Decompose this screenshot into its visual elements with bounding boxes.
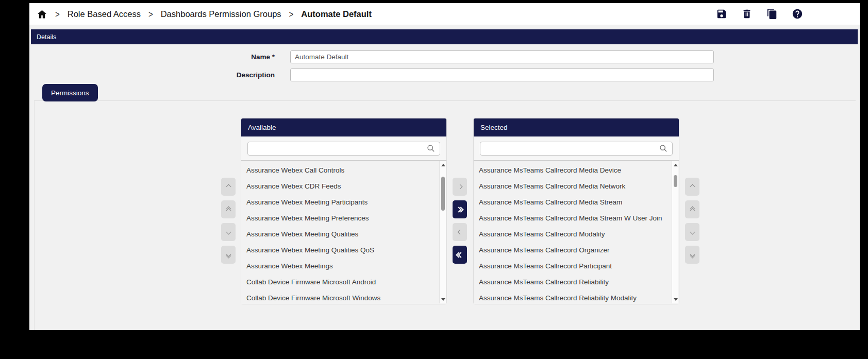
available-move-top-button[interactable] bbox=[221, 200, 236, 218]
scrollbar-thumb[interactable] bbox=[441, 177, 445, 211]
available-reorder-buttons bbox=[221, 178, 236, 264]
available-list-panel: Available Assurance Webex Call ControlsA… bbox=[241, 118, 447, 304]
selected-list-item[interactable]: Assurance MsTeams Callrecord Media Devic… bbox=[474, 162, 679, 178]
description-field[interactable] bbox=[290, 69, 714, 81]
scroll-down-icon[interactable] bbox=[441, 298, 445, 301]
selected-scrollbar[interactable] bbox=[672, 161, 678, 303]
available-list-item[interactable]: Assurance Webex Call Controls bbox=[241, 162, 446, 178]
available-list: Assurance Webex Call ControlsAssurance W… bbox=[241, 160, 446, 304]
breadcrumb-separator: > bbox=[148, 8, 153, 19]
selected-list-item[interactable]: Assurance MsTeams Callrecord Reliability bbox=[474, 274, 679, 290]
breadcrumb-item-role-based-access[interactable]: Role Based Access bbox=[68, 9, 141, 19]
move-all-right-button[interactable] bbox=[453, 200, 467, 218]
save-icon bbox=[716, 8, 727, 20]
permissions-panel: Available Assurance Webex Call ControlsA… bbox=[34, 100, 856, 330]
chevron-down-icon bbox=[690, 230, 695, 235]
description-field-row: Description bbox=[29, 69, 860, 81]
scroll-down-icon[interactable] bbox=[674, 298, 678, 301]
copy-button[interactable] bbox=[766, 8, 778, 20]
available-list-item[interactable]: Assurance Webex Meeting Participants bbox=[241, 194, 446, 210]
selected-move-down-button[interactable] bbox=[685, 223, 699, 241]
save-button[interactable] bbox=[716, 8, 727, 20]
action-toolbar bbox=[716, 8, 853, 20]
available-list-item[interactable]: Assurance Webex Meeting Preferences bbox=[241, 210, 446, 226]
selected-move-bottom-button[interactable] bbox=[685, 246, 699, 264]
help-icon bbox=[792, 8, 803, 20]
breadcrumb-current-page: Automate Default bbox=[301, 9, 372, 19]
scrollbar-thumb[interactable] bbox=[674, 175, 677, 187]
selected-list-item[interactable]: Assurance MsTeams Callrecord Media Strea… bbox=[474, 210, 679, 226]
top-bar: > Role Based Access > Dashboards Permiss… bbox=[29, 3, 860, 25]
double-chevron-up-icon bbox=[227, 207, 230, 212]
copy-icon bbox=[766, 8, 778, 20]
available-list-item[interactable]: Collab Device Firmware Microsoft Android bbox=[241, 274, 446, 290]
selected-list: Assurance MsTeams Callrecord Media Devic… bbox=[474, 160, 679, 304]
move-right-button[interactable] bbox=[453, 178, 467, 196]
selected-list-header: Selected bbox=[474, 118, 679, 136]
chevron-down-icon bbox=[226, 230, 231, 235]
available-move-down-button[interactable] bbox=[221, 223, 236, 241]
breadcrumb-item-dashboards-permission-groups[interactable]: Dashboards Permission Groups bbox=[161, 9, 281, 19]
available-list-item[interactable]: Assurance Webex Meetings bbox=[241, 258, 446, 274]
available-search-row bbox=[241, 136, 446, 160]
selected-list-item[interactable]: Assurance MsTeams Callrecord Media Netwo… bbox=[474, 178, 679, 194]
selected-list-item[interactable]: Assurance MsTeams Callrecord Participant bbox=[474, 258, 679, 274]
breadcrumb: > Role Based Access > Dashboards Permiss… bbox=[37, 9, 372, 20]
app-window: > Role Based Access > Dashboards Permiss… bbox=[29, 3, 860, 330]
name-field-row: Name * bbox=[29, 50, 860, 63]
breadcrumb-separator: > bbox=[289, 8, 294, 19]
available-list-item[interactable]: Assurance Webex CDR Feeds bbox=[241, 178, 446, 194]
details-section-header: Details bbox=[31, 29, 858, 44]
selected-list-item[interactable]: Assurance MsTeams Callrecord Organizer bbox=[474, 242, 679, 258]
scroll-up-icon[interactable] bbox=[441, 164, 445, 166]
name-label: Name * bbox=[29, 53, 275, 61]
scroll-up-icon[interactable] bbox=[674, 164, 678, 166]
breadcrumb-separator: > bbox=[55, 8, 60, 19]
available-list-item[interactable]: Assurance Webex Meeting Qualities bbox=[241, 226, 446, 242]
selected-list-item[interactable]: Assurance MsTeams Callrecord Media Strea… bbox=[474, 194, 679, 210]
selected-move-top-button[interactable] bbox=[685, 200, 699, 218]
name-field[interactable] bbox=[290, 50, 714, 63]
chevron-right-icon bbox=[457, 184, 462, 190]
move-all-left-button[interactable] bbox=[453, 246, 467, 264]
available-scrollbar[interactable] bbox=[439, 161, 446, 303]
selected-reorder-buttons bbox=[685, 178, 699, 264]
description-label: Description bbox=[29, 71, 275, 79]
double-chevron-down-icon bbox=[691, 252, 694, 258]
selected-list-item[interactable]: Assurance MsTeams Callrecord Modality bbox=[474, 226, 679, 242]
double-chevron-left-icon bbox=[457, 253, 463, 257]
selected-move-up-button[interactable] bbox=[685, 178, 699, 196]
search-icon bbox=[659, 144, 667, 152]
double-chevron-up-icon bbox=[691, 207, 694, 212]
search-icon bbox=[427, 144, 435, 152]
selected-list-panel: Selected Assurance MsTeams Callrecord Me… bbox=[473, 118, 679, 304]
tab-permissions[interactable]: Permissions bbox=[42, 84, 98, 101]
chevron-up-icon bbox=[226, 184, 231, 190]
available-move-up-button[interactable] bbox=[221, 178, 236, 196]
available-move-bottom-button[interactable] bbox=[221, 246, 236, 264]
selected-search-row bbox=[474, 136, 679, 160]
move-left-button[interactable] bbox=[453, 223, 467, 241]
selected-list-item[interactable]: Assurance MsTeams Callrecord Reliability… bbox=[474, 290, 679, 304]
help-button[interactable] bbox=[792, 8, 803, 20]
selected-search-input[interactable] bbox=[480, 142, 673, 156]
available-list-item[interactable]: Assurance Webex Meeting Qualities QoS bbox=[241, 242, 446, 258]
available-list-item[interactable]: Collab Device Firmware Microsoft Windows bbox=[241, 290, 446, 304]
transfer-buttons bbox=[453, 178, 467, 264]
double-chevron-right-icon bbox=[457, 208, 463, 212]
chevron-up-icon bbox=[690, 184, 695, 190]
double-chevron-down-icon bbox=[227, 252, 230, 258]
trash-icon bbox=[741, 8, 753, 20]
home-icon[interactable] bbox=[37, 9, 47, 20]
delete-button[interactable] bbox=[741, 8, 753, 20]
chevron-left-icon bbox=[457, 230, 462, 235]
available-list-header: Available bbox=[241, 118, 446, 136]
available-search-input[interactable] bbox=[247, 142, 440, 156]
